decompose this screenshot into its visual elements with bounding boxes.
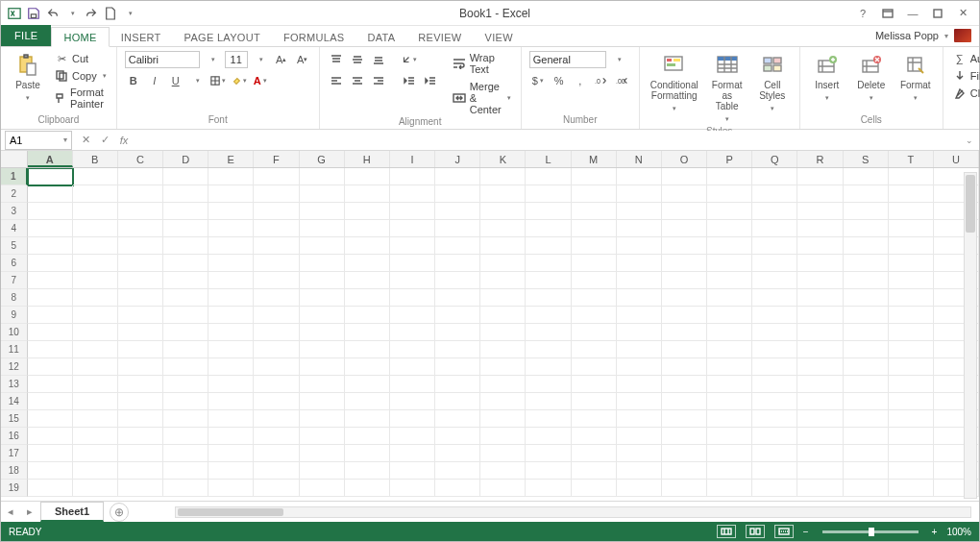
cell[interactable] — [28, 324, 73, 341]
column-header[interactable]: P — [707, 151, 752, 167]
row-header[interactable]: 17 — [1, 445, 28, 462]
cell[interactable] — [480, 168, 526, 185]
row-header[interactable]: 7 — [1, 272, 28, 289]
column-header[interactable]: F — [254, 151, 299, 167]
cell[interactable] — [163, 341, 208, 358]
align-top-icon[interactable] — [328, 51, 345, 68]
cell[interactable] — [118, 341, 163, 358]
cell[interactable] — [889, 220, 934, 237]
new-icon[interactable] — [103, 6, 118, 21]
cell[interactable] — [844, 393, 889, 410]
cell[interactable] — [390, 185, 435, 203]
cell[interactable] — [28, 358, 73, 376]
row-header[interactable]: 6 — [1, 255, 28, 272]
cell[interactable] — [662, 203, 707, 220]
fx-icon[interactable]: fx — [114, 135, 134, 146]
format-as-table-button[interactable]: Format as Table▾ — [707, 51, 747, 126]
font-color-button[interactable]: A — [252, 72, 269, 89]
cell[interactable] — [480, 324, 526, 341]
increase-decimal-icon[interactable]: .0 — [593, 72, 610, 89]
cell[interactable] — [617, 341, 662, 358]
cell[interactable] — [707, 358, 752, 376]
row-header[interactable]: 5 — [1, 237, 28, 255]
cell[interactable] — [572, 203, 617, 220]
cell[interactable] — [480, 428, 526, 445]
paste-button[interactable]: Paste ▾ — [9, 51, 47, 105]
cell[interactable] — [345, 289, 390, 307]
cell[interactable] — [300, 185, 345, 203]
cell[interactable] — [73, 324, 118, 341]
tab-formulas[interactable]: FORMULAS — [272, 28, 356, 46]
cell[interactable] — [300, 480, 345, 497]
cell[interactable] — [526, 358, 571, 376]
cell[interactable] — [617, 376, 662, 393]
cell[interactable] — [889, 428, 934, 445]
cell[interactable] — [844, 358, 889, 376]
cell[interactable] — [390, 462, 435, 480]
cell[interactable] — [300, 168, 345, 185]
cell[interactable] — [752, 237, 797, 255]
cell[interactable] — [572, 272, 617, 289]
conditional-formatting-button[interactable]: Conditional Formatting▾ — [648, 51, 701, 115]
column-header[interactable]: Q — [752, 151, 797, 167]
cell[interactable] — [118, 462, 163, 480]
cell[interactable] — [28, 376, 73, 393]
cell[interactable] — [889, 272, 934, 289]
cell[interactable] — [480, 220, 526, 237]
cell[interactable] — [254, 445, 299, 462]
cell[interactable] — [844, 324, 889, 341]
cell[interactable] — [435, 462, 480, 480]
cell[interactable] — [707, 410, 752, 428]
normal-view-icon[interactable] — [717, 525, 736, 538]
cell[interactable] — [617, 237, 662, 255]
cell[interactable] — [208, 376, 254, 393]
cell[interactable] — [662, 185, 707, 203]
cell[interactable] — [73, 393, 118, 410]
align-right-icon[interactable] — [370, 72, 387, 89]
cell[interactable] — [300, 462, 345, 480]
cell[interactable] — [300, 220, 345, 237]
cell[interactable] — [480, 445, 526, 462]
cell[interactable] — [526, 410, 571, 428]
cell[interactable] — [28, 410, 73, 428]
cell[interactable] — [797, 480, 843, 497]
accounting-format-button[interactable]: $ — [529, 72, 547, 89]
font-name-dropdown-icon[interactable] — [204, 51, 221, 68]
cell[interactable] — [662, 289, 707, 307]
row-header[interactable]: 3 — [1, 203, 28, 220]
cell[interactable] — [480, 410, 526, 428]
cell[interactable] — [572, 410, 617, 428]
cell[interactable] — [28, 480, 73, 497]
cell[interactable] — [526, 307, 571, 324]
insert-cells-button[interactable]: Insert▾ — [808, 51, 846, 105]
cell[interactable] — [28, 445, 73, 462]
cell[interactable] — [345, 462, 390, 480]
cell[interactable] — [844, 428, 889, 445]
row-header[interactable]: 16 — [1, 428, 28, 445]
cell[interactable] — [572, 428, 617, 445]
cell[interactable] — [707, 462, 752, 480]
align-bottom-icon[interactable] — [370, 51, 387, 68]
cell[interactable] — [707, 324, 752, 341]
cell[interactable] — [345, 237, 390, 255]
cell[interactable] — [752, 220, 797, 237]
cell[interactable] — [345, 168, 390, 185]
cell[interactable] — [797, 272, 843, 289]
cell[interactable] — [662, 410, 707, 428]
cell[interactable] — [662, 462, 707, 480]
cell[interactable] — [300, 237, 345, 255]
cell[interactable] — [390, 255, 435, 272]
qat-customize-icon[interactable] — [122, 6, 137, 21]
cell[interactable] — [163, 272, 208, 289]
cell[interactable] — [662, 358, 707, 376]
cell[interactable] — [889, 341, 934, 358]
cancel-formula-icon[interactable]: ✕ — [76, 134, 95, 146]
cell[interactable] — [480, 272, 526, 289]
cell[interactable] — [345, 324, 390, 341]
cell[interactable] — [526, 255, 571, 272]
cell[interactable] — [118, 220, 163, 237]
cell[interactable] — [345, 341, 390, 358]
cell[interactable] — [572, 185, 617, 203]
cell[interactable] — [163, 445, 208, 462]
cell[interactable] — [889, 480, 934, 497]
